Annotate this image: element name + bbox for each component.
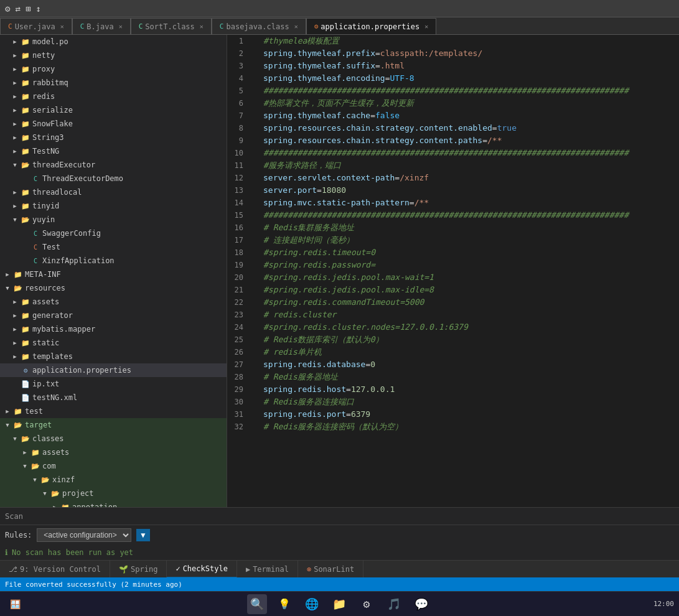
tab-basejava-class[interactable]: C basejava.class ✕ [212,18,306,34]
bottom-tab-bar: ⎇ 9: Version Control 🌱 Spring ✓ CheckSty… [0,560,679,577]
chevron-down-icon: ▼ [30,475,40,485]
sidebar-item-resources[interactable]: ▼ 📂 resources [0,281,227,295]
folder-open-icon: 📂 [30,460,41,472]
sidebar-item-test-folder[interactable]: ▶ 📁 test [0,404,227,418]
code-line-18: #spring.redis.timeout=0 [263,246,669,259]
java-file-icon: C [30,173,41,184]
folder-icon: 📁 [20,200,31,212]
taskbar-right: 12:00 [653,600,674,608]
start-button[interactable]: 🪟 [5,594,25,614]
chevron-right-icon: ▶ [10,78,20,88]
toolbar-sync-icon[interactable]: ⇄ [15,4,20,14]
chevron-right-icon: ▶ [10,64,20,74]
sidebar-item-templates[interactable]: ▶ 📁 templates [0,350,227,363]
taskbar-gear-icon[interactable]: ⚙ [357,594,377,614]
taskbar-browser-icon[interactable]: 🌐 [302,594,322,614]
sidebar-item-ip-txt[interactable]: 📄 ip.txt [0,377,227,391]
code-line-7: spring.thymeleaf.cache=false [263,110,669,122]
dropdown-arrow-icon[interactable]: ▼ [136,529,149,541]
tab-close-icon[interactable]: ✕ [424,23,428,30]
folder-icon: 📁 [20,36,31,47]
taskbar-files-icon[interactable]: 📁 [329,594,349,614]
folder-icon: 📁 [20,63,31,75]
sidebar-item-project[interactable]: ▼ 📂 project [0,487,227,500]
tab-version-control[interactable]: ⎇ 9: Version Control [0,561,110,578]
tab-java-icon: C [80,22,85,30]
folder-open-icon: 📂 [50,488,61,499]
chevron-right-icon: ▶ [10,50,20,60]
tab-spring[interactable]: 🌱 Spring [110,561,167,578]
sidebar-item-annotation[interactable]: ▶ 📁 annotation [0,500,227,507]
sidebar-item-netty[interactable]: ▶ 📁 netty [0,49,227,62]
sidebar-item-classes[interactable]: ▼ 📂 classes [0,432,227,446]
toolbar-settings-icon[interactable]: ⚙ [5,4,10,14]
sidebar-item-com[interactable]: ▼ 📂 com [0,459,227,473]
chevron-right-icon: ▶ [10,324,20,334]
sidebar-item-xinzfapplication[interactable]: C XinzfApplication [0,254,227,268]
tab-close-icon[interactable]: ✕ [119,23,123,30]
sidebar-item-testng[interactable]: ▶ 📁 TestNG [0,144,227,158]
sidebar-item-xinzf[interactable]: ▼ 📂 xinzf [0,473,227,487]
sidebar-item-serialize[interactable]: ▶ 📁 serialize [0,103,227,117]
folder-open-icon: 📂 [20,214,31,225]
sidebar-item-rabbitmq[interactable]: ▶ 📁 rabbitmq [0,76,227,90]
tab-user-java[interactable]: C User.java ✕ [0,18,72,34]
folder-icon: 📁 [20,50,31,61]
rules-select[interactable]: <active configuration> [37,528,131,542]
chevron-right-icon: ▶ [2,269,12,279]
tab-checkstyle-label: CheckStyle [183,564,228,573]
tab-close-icon[interactable]: ✕ [200,23,204,30]
sidebar-item-target[interactable]: ▼ 📂 target [0,418,227,432]
tab-class-icon: C [139,22,143,30]
folder-icon: 📁 [20,351,31,362]
sidebar-item-threadlocal[interactable]: ▶ 📁 threadlocal [0,185,227,199]
scan-bar: Scan [0,508,679,525]
taskbar-chat-icon[interactable]: 💬 [411,594,431,614]
sidebar-item-swaggerconfig[interactable]: C SwaggerConfig [0,226,227,240]
tab-sonarlint-label: SonarLint [314,565,354,574]
sidebar-item-threadexecutor[interactable]: ▼ 📂 threadExecutor [0,158,227,172]
tab-b-java[interactable]: C B.java ✕ [72,18,131,34]
sidebar-item-tinyid[interactable]: ▶ 📁 tinyid [0,199,227,213]
sidebar-item-generator[interactable]: ▶ 📁 generator [0,309,227,322]
sidebar-item-proxy[interactable]: ▶ 📁 proxy [0,62,227,76]
sidebar-item-yuyin[interactable]: ▼ 📂 yuyin [0,213,227,226]
folder-icon: 📁 [20,310,31,321]
code-line-22: #spring.redis.commandTimeout=5000 [263,296,669,309]
code-line-4: spring.thymeleaf.encoding=UTF-8 [263,72,669,85]
taskbar-intellij-icon[interactable]: 💡 [274,594,294,614]
tab-application-properties[interactable]: ⚙ application.properties ✕ [306,18,437,34]
sidebar-item-static[interactable]: ▶ 📁 static [0,336,227,350]
no-scan-message: ℹ No scan has been run as yet [0,545,679,560]
sidebar-item-model-po[interactable]: ▶ 📁 model.po [0,35,227,49]
sidebar-item-threadexecutordemo[interactable]: C ThreadExecutorDemo [0,172,227,185]
sidebar-item-testng-xml[interactable]: 📄 testNG.xml [0,391,227,404]
tab-terminal[interactable]: ▶ Terminal [237,561,298,578]
sidebar-item-redis[interactable]: ▶ 📁 redis [0,90,227,103]
taskbar-music-icon[interactable]: 🎵 [384,594,404,614]
sidebar-item-classes-assets[interactable]: ▶ 📁 assets [0,446,227,459]
sidebar-item-test-class[interactable]: C Test [0,240,227,254]
code-content[interactable]: #thymelea模板配置 spring.thymeleaf.prefix=cl… [253,35,679,507]
code-line-9: spring.resources.chain.strategy.content.… [263,134,669,147]
tab-sortt-class[interactable]: C SortT.class ✕ [131,18,212,34]
sonarlint-icon: ⊗ [307,565,311,574]
tab-sonarlint[interactable]: ⊗ SonarLint [298,561,363,578]
toolbar-split-icon[interactable]: ↕ [35,4,40,14]
taskbar-search-icon[interactable]: 🔍 [247,594,267,614]
sidebar-item-snowflake[interactable]: ▶ 📁 SnowFlake [0,117,227,131]
status-bar: File converted successfully (2 minutes a… [0,577,679,591]
taskbar-left: 🪟 [5,594,25,614]
tab-checkstyle[interactable]: ✓ CheckStyle [167,561,236,578]
sidebar-item-meta-inf[interactable]: ▶ 📁 META-INF [0,268,227,281]
tab-close-icon[interactable]: ✕ [294,23,298,30]
sidebar-item-application-properties[interactable]: ⚙ application.properties [0,363,227,377]
toolbar-layout-icon[interactable]: ⊞ [26,4,30,14]
code-line-23: # redis.cluster [263,309,669,321]
folder-icon: 📁 [20,187,31,198]
sidebar-item-assets[interactable]: ▶ 📁 assets [0,295,227,309]
sidebar-item-string3[interactable]: ▶ 📁 String3 [0,131,227,144]
code-line-5: ########################################… [263,85,669,97]
sidebar-item-mybatis-mapper[interactable]: ▶ 📁 mybatis.mapper [0,322,227,336]
tab-close-icon[interactable]: ✕ [60,23,64,30]
